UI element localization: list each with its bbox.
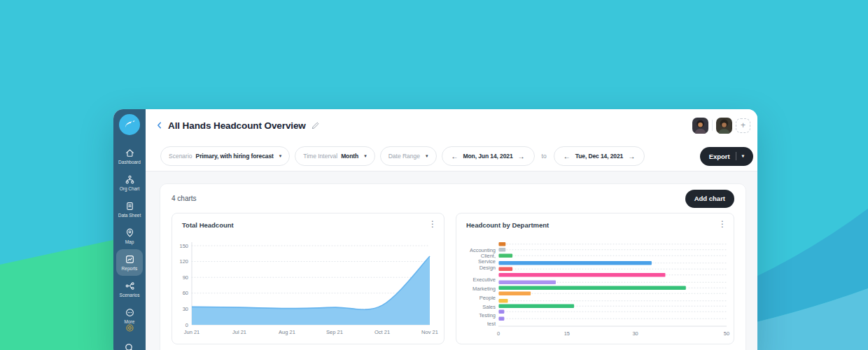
sidebar-item-label: Data Sheet — [118, 213, 141, 218]
arrow-left-icon[interactable]: ← — [450, 153, 460, 160]
chart-title: Total Headcount — [182, 221, 234, 229]
chevron-down-icon: ▾ — [426, 153, 428, 159]
chart-tile-total-headcount: 0306090120150Jun 21Jul 21Aug 21Sep 21Oct… — [172, 213, 444, 344]
charts-panel: 4 charts Add chart 0306090120150Jun 21Ju… — [160, 183, 746, 350]
add-chart-button[interactable]: Add chart — [685, 190, 734, 208]
sidebar-item-data-sheet[interactable]: Data Sheet — [116, 196, 143, 223]
svg-text:Marketing: Marketing — [472, 286, 496, 292]
svg-text:test: test — [487, 321, 496, 327]
sidebar-item-label: Map — [125, 239, 134, 244]
start-date-picker[interactable]: ← Mon, Jun 14, 2021 → — [442, 146, 535, 166]
sidebar-item-dashboard[interactable]: Dashboard — [116, 143, 143, 169]
sidebar-item-org-chart[interactable]: Org Chart — [116, 169, 143, 196]
home-icon — [125, 148, 135, 158]
date-range-filter[interactable]: Date Range ▾ — [380, 146, 437, 166]
sidebar-nav: Dashboard Org Chart Data Sheet — [113, 143, 146, 329]
avatar-separator — [712, 120, 713, 131]
sidebar-item-scenarios[interactable]: Scenarios — [116, 276, 143, 302]
back-button[interactable] — [154, 120, 165, 131]
reports-icon — [125, 254, 135, 265]
collaborator-avatars: + — [692, 118, 752, 134]
svg-text:Oct 21: Oct 21 — [374, 329, 390, 335]
chevron-left-icon — [155, 120, 164, 130]
time-interval-value: Month — [341, 153, 358, 160]
sidebar-bottom — [113, 323, 146, 350]
svg-text:Sales: Sales — [482, 304, 496, 310]
export-divider — [736, 152, 736, 160]
export-button[interactable]: Export ▾ — [700, 147, 753, 166]
svg-text:90: 90 — [183, 274, 188, 281]
chart-title: Headcount by Department — [466, 221, 549, 229]
sidebar-item-reports[interactable]: Reports — [116, 249, 143, 276]
svg-text:150: 150 — [179, 243, 188, 249]
main-area: All Hands Headcount Overview — [146, 109, 757, 350]
whats-new-bullseye-icon[interactable] — [125, 323, 135, 333]
sidebar-item-label: Org Chart — [120, 186, 140, 191]
content-area: 4 charts Add chart 0306090120150Jun 21Ju… — [146, 172, 757, 350]
avatar[interactable] — [716, 118, 732, 134]
svg-text:Design: Design — [479, 265, 496, 271]
end-date-picker[interactable]: ← Tue, Dec 14, 2021 → — [554, 146, 645, 166]
add-chart-label: Add chart — [694, 195, 725, 202]
search-icon[interactable] — [124, 342, 135, 350]
scenarios-icon — [125, 281, 135, 291]
app-window: Dashboard Org Chart Data Sheet — [113, 109, 757, 350]
time-interval-label: Time Interval — [303, 153, 337, 160]
svg-text:15: 15 — [564, 330, 570, 337]
start-date-value: Mon, Jun 14, 2021 — [463, 153, 513, 160]
chevron-down-icon: ▾ — [364, 153, 367, 159]
scenario-filter[interactable]: Scenario Primary, with hiring forecast ▾ — [160, 146, 290, 166]
sidebar-item-label: Reports — [122, 266, 138, 271]
scenario-value: Primary, with hiring forecast — [196, 153, 274, 160]
svg-text:30: 30 — [632, 330, 638, 337]
svg-text:0: 0 — [497, 330, 500, 337]
arrow-left-icon[interactable]: ← — [562, 153, 572, 160]
end-date-value: Tue, Dec 14, 2021 — [575, 153, 624, 160]
arrow-right-icon[interactable]: → — [517, 153, 526, 160]
data-sheet-icon — [125, 201, 135, 211]
add-collaborator-button[interactable]: + — [736, 118, 750, 133]
chart-options-menu-icon[interactable]: ⋮ — [428, 220, 437, 228]
sidebar-item-label: Dashboard — [118, 160, 141, 164]
topbar: All Hands Headcount Overview — [146, 109, 757, 141]
charthop-logo[interactable] — [119, 114, 140, 135]
sidebar: Dashboard Org Chart Data Sheet — [113, 109, 146, 350]
avatar[interactable] — [692, 118, 708, 134]
svg-text:120: 120 — [179, 258, 188, 265]
charts-count: 4 charts — [172, 195, 197, 202]
org-chart-icon — [125, 174, 135, 185]
arrow-right-icon[interactable]: → — [626, 153, 636, 160]
sidebar-item-map[interactable]: Map — [116, 223, 143, 249]
chart-tiles: 0306090120150Jun 21Jul 21Aug 21Sep 21Oct… — [160, 213, 746, 344]
svg-text:Jun 21: Jun 21 — [184, 329, 200, 335]
chart-tile-headcount-by-department: AccountingClient,ServiceDesignExecutiveM… — [456, 213, 734, 344]
chevron-down-icon: ▾ — [279, 153, 282, 159]
date-range-to-label: to — [542, 153, 547, 160]
date-range-label: Date Range — [388, 153, 420, 160]
edit-title-pencil-icon[interactable] — [311, 121, 320, 130]
svg-text:60: 60 — [183, 290, 188, 296]
svg-text:Jul 21: Jul 21 — [232, 329, 246, 335]
chevron-down-icon: ▾ — [742, 153, 744, 159]
svg-text:Nov 21: Nov 21 — [421, 329, 438, 335]
charts-panel-header: 4 charts Add chart — [160, 184, 746, 213]
svg-text:Executive: Executive — [472, 276, 496, 283]
dolphin-logo-icon — [122, 117, 137, 132]
time-interval-filter[interactable]: Time Interval Month ▾ — [295, 146, 374, 166]
more-icon — [125, 307, 135, 318]
filter-bar: Scenario Primary, with hiring forecast ▾… — [146, 141, 757, 171]
sidebar-item-label: Scenarios — [120, 293, 140, 298]
export-label: Export — [709, 153, 730, 160]
svg-text:Sep 21: Sep 21 — [326, 329, 343, 335]
svg-text:0: 0 — [186, 322, 188, 328]
total-headcount-area-chart: 0306090120150Jun 21Jul 21Aug 21Sep 21Oct… — [172, 214, 445, 345]
scenario-label: Scenario — [169, 153, 192, 160]
map-pin-icon — [125, 227, 135, 238]
svg-text:Aug 21: Aug 21 — [279, 329, 295, 335]
page-title: All Hands Headcount Overview — [168, 120, 306, 131]
svg-text:People: People — [479, 295, 496, 301]
headcount-by-department-bar-chart: AccountingClient,ServiceDesignExecutiveM… — [456, 214, 735, 345]
chart-options-menu-icon[interactable]: ⋮ — [718, 220, 727, 228]
svg-text:50: 50 — [724, 330, 729, 337]
svg-text:Testing: Testing — [479, 312, 496, 318]
